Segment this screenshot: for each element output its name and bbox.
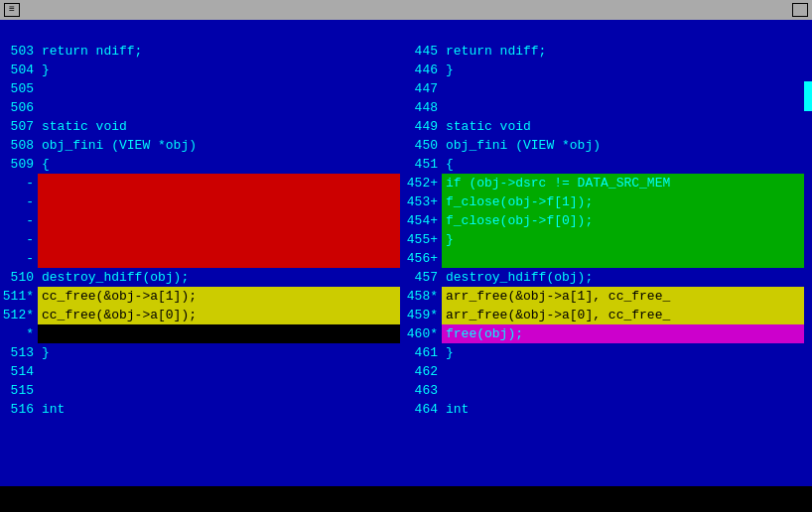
left-code-line: } (38, 61, 400, 79)
right-code-line: } (442, 61, 804, 79)
left-code-line (38, 362, 400, 381)
scrollbar-thumb[interactable] (804, 81, 812, 111)
main-content: 503504505506507508509-----510511*512**51… (0, 42, 812, 486)
left-line-num: - (0, 230, 38, 249)
left-line-num: 516 (0, 400, 38, 419)
right-code-line: f_close(obj->f[1]); (442, 192, 804, 211)
left-code-line: return ndiff; (38, 42, 400, 61)
right-code-line: f_close(obj->f[0]); (442, 211, 804, 230)
right-line-num: 452+ (404, 174, 442, 192)
left-code-line: } (38, 343, 400, 362)
left-line-num: - (0, 211, 38, 230)
right-line-num: 456+ (404, 249, 442, 268)
right-line-num: 464 (404, 400, 442, 419)
right-code-line (442, 249, 804, 268)
left-code-line (38, 98, 400, 117)
right-line-numbers: 445446447448449450451452+453+454+455+456… (404, 42, 442, 486)
right-line-num: 462 (404, 362, 442, 381)
left-code-area: return ndiff;}static voidobj_fini (VIEW … (38, 42, 400, 486)
left-line-num: 509 (0, 155, 38, 174)
right-line-num: 451 (404, 155, 442, 174)
right-line-num: 455+ (404, 230, 442, 249)
right-code-line: } (442, 230, 804, 249)
left-code-line (38, 249, 400, 268)
left-code-line: cc_free(&obj->a[0]); (38, 306, 400, 324)
right-code-line (442, 381, 804, 400)
right-code-line: arr_free(&obj->a[1], cc_free_ (442, 287, 804, 306)
right-line-num: 460* (404, 324, 442, 343)
right-line-num: 447 (404, 79, 442, 98)
left-line-num: * (0, 324, 38, 343)
right-code-line: static void (442, 117, 804, 136)
right-line-num: 449 (404, 117, 442, 136)
right-code-area: return ndiff;}static voidobj_fini (VIEW … (442, 42, 804, 486)
left-code-line (38, 211, 400, 230)
left-line-num: 510 (0, 268, 38, 287)
left-code-line (38, 230, 400, 249)
title-bar: ≡ (0, 0, 812, 20)
left-line-num: - (0, 192, 38, 211)
left-code-line (38, 174, 400, 192)
right-code-line: arr_free(&obj->a[0], cc_free_ (442, 306, 804, 324)
status-bar (0, 20, 812, 42)
left-line-num: 513 (0, 343, 38, 362)
right-line-num: 446 (404, 61, 442, 79)
right-code-line: { (442, 155, 804, 174)
right-line-num: 463 (404, 381, 442, 400)
left-line-num: 514 (0, 362, 38, 381)
scrollbar[interactable] (804, 42, 812, 486)
right-code-line: destroy_hdiff(obj); (442, 268, 804, 287)
right-code-line: obj_fini (VIEW *obj) (442, 136, 804, 155)
left-code-line (38, 192, 400, 211)
right-line-num: 461 (404, 343, 442, 362)
left-line-num: 503 (0, 42, 38, 61)
left-panel: 503504505506507508509-----510511*512**51… (0, 42, 400, 486)
left-line-num: 504 (0, 61, 38, 79)
left-line-num: - (0, 249, 38, 268)
left-line-numbers: 503504505506507508509-----510511*512**51… (0, 42, 38, 486)
left-line-num: 512* (0, 306, 38, 324)
right-code-line (442, 79, 804, 98)
left-code-line: cc_free(&obj->a[1]); (38, 287, 400, 306)
right-code-line (442, 98, 804, 117)
left-code-line: int (38, 400, 400, 419)
left-code-line: { (38, 155, 400, 174)
right-line-num: 459* (404, 306, 442, 324)
left-line-num: 507 (0, 117, 38, 136)
right-code-line (442, 362, 804, 381)
right-code-line: if (obj->dsrc != DATA_SRC_MEM (442, 174, 804, 192)
close-button[interactable] (792, 3, 808, 17)
right-line-num: 457 (404, 268, 442, 287)
right-code-line: free(obj); (442, 324, 804, 343)
left-line-num: 515 (0, 381, 38, 400)
left-line-num: 506 (0, 98, 38, 117)
left-code-line: obj_fini (VIEW *obj) (38, 136, 400, 155)
menu-button[interactable]: ≡ (4, 3, 20, 17)
right-panel: 445446447448449450451452+453+454+455+456… (404, 42, 804, 486)
right-code-line: } (442, 343, 804, 362)
left-line-num: 505 (0, 79, 38, 98)
left-code-line: destroy_hdiff(obj); (38, 268, 400, 287)
left-code-line (38, 79, 400, 98)
right-line-num: 448 (404, 98, 442, 117)
left-code-line (38, 381, 400, 400)
left-line-num: 511* (0, 287, 38, 306)
left-line-num: - (0, 174, 38, 192)
right-line-num: 454+ (404, 211, 442, 230)
right-line-num: 453+ (404, 192, 442, 211)
right-code-line: int (442, 400, 804, 419)
left-code-line (38, 324, 400, 343)
right-line-num: 450 (404, 136, 442, 155)
left-code-line: static void (38, 117, 400, 136)
left-line-num: 508 (0, 136, 38, 155)
bottom-bar (0, 486, 812, 512)
right-line-num: 458* (404, 287, 442, 306)
right-code-line: return ndiff; (442, 42, 804, 61)
right-line-num: 445 (404, 42, 442, 61)
